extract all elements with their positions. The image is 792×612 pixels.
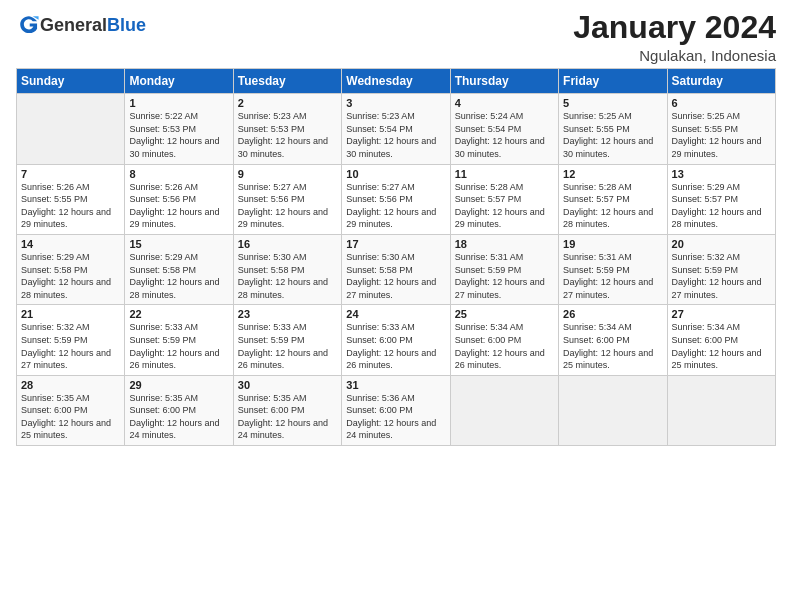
day-info: Sunrise: 5:23 AM Sunset: 5:54 PM Dayligh…	[346, 110, 445, 160]
table-cell: 13Sunrise: 5:29 AM Sunset: 5:57 PM Dayli…	[667, 164, 775, 234]
day-number: 26	[563, 308, 662, 320]
table-cell: 4Sunrise: 5:24 AM Sunset: 5:54 PM Daylig…	[450, 94, 558, 164]
col-wednesday: Wednesday	[342, 69, 450, 94]
table-cell: 14Sunrise: 5:29 AM Sunset: 5:58 PM Dayli…	[17, 234, 125, 304]
table-cell: 31Sunrise: 5:36 AM Sunset: 6:00 PM Dayli…	[342, 375, 450, 445]
table-cell: 18Sunrise: 5:31 AM Sunset: 5:59 PM Dayli…	[450, 234, 558, 304]
day-number: 27	[672, 308, 771, 320]
day-number: 9	[238, 168, 337, 180]
title-block: January 2024 Ngulakan, Indonesia	[573, 10, 776, 64]
table-cell: 16Sunrise: 5:30 AM Sunset: 5:58 PM Dayli…	[233, 234, 341, 304]
col-monday: Monday	[125, 69, 233, 94]
day-number: 1	[129, 97, 228, 109]
main-title: January 2024	[573, 10, 776, 45]
day-info: Sunrise: 5:22 AM Sunset: 5:53 PM Dayligh…	[129, 110, 228, 160]
table-cell: 15Sunrise: 5:29 AM Sunset: 5:58 PM Dayli…	[125, 234, 233, 304]
day-info: Sunrise: 5:29 AM Sunset: 5:58 PM Dayligh…	[21, 251, 120, 301]
day-info: Sunrise: 5:31 AM Sunset: 5:59 PM Dayligh…	[563, 251, 662, 301]
day-info: Sunrise: 5:28 AM Sunset: 5:57 PM Dayligh…	[455, 181, 554, 231]
day-info: Sunrise: 5:34 AM Sunset: 6:00 PM Dayligh…	[672, 321, 771, 371]
day-info: Sunrise: 5:33 AM Sunset: 5:59 PM Dayligh…	[129, 321, 228, 371]
table-cell: 2Sunrise: 5:23 AM Sunset: 5:53 PM Daylig…	[233, 94, 341, 164]
day-info: Sunrise: 5:26 AM Sunset: 5:56 PM Dayligh…	[129, 181, 228, 231]
day-number: 24	[346, 308, 445, 320]
day-number: 17	[346, 238, 445, 250]
table-cell: 30Sunrise: 5:35 AM Sunset: 6:00 PM Dayli…	[233, 375, 341, 445]
day-number: 21	[21, 308, 120, 320]
day-info: Sunrise: 5:33 AM Sunset: 5:59 PM Dayligh…	[238, 321, 337, 371]
day-number: 14	[21, 238, 120, 250]
day-number: 2	[238, 97, 337, 109]
day-number: 10	[346, 168, 445, 180]
day-info: Sunrise: 5:26 AM Sunset: 5:55 PM Dayligh…	[21, 181, 120, 231]
day-number: 20	[672, 238, 771, 250]
day-number: 19	[563, 238, 662, 250]
day-info: Sunrise: 5:32 AM Sunset: 5:59 PM Dayligh…	[672, 251, 771, 301]
table-cell: 5Sunrise: 5:25 AM Sunset: 5:55 PM Daylig…	[559, 94, 667, 164]
table-cell	[559, 375, 667, 445]
day-number: 7	[21, 168, 120, 180]
table-cell: 8Sunrise: 5:26 AM Sunset: 5:56 PM Daylig…	[125, 164, 233, 234]
day-info: Sunrise: 5:30 AM Sunset: 5:58 PM Dayligh…	[346, 251, 445, 301]
day-info: Sunrise: 5:23 AM Sunset: 5:53 PM Dayligh…	[238, 110, 337, 160]
day-number: 22	[129, 308, 228, 320]
day-number: 18	[455, 238, 554, 250]
day-number: 23	[238, 308, 337, 320]
logo-blue: Blue	[107, 15, 146, 35]
day-number: 25	[455, 308, 554, 320]
day-number: 12	[563, 168, 662, 180]
day-info: Sunrise: 5:25 AM Sunset: 5:55 PM Dayligh…	[672, 110, 771, 160]
day-info: Sunrise: 5:35 AM Sunset: 6:00 PM Dayligh…	[21, 392, 120, 442]
day-info: Sunrise: 5:25 AM Sunset: 5:55 PM Dayligh…	[563, 110, 662, 160]
calendar-table: Sunday Monday Tuesday Wednesday Thursday…	[16, 68, 776, 446]
day-number: 28	[21, 379, 120, 391]
day-number: 8	[129, 168, 228, 180]
day-number: 11	[455, 168, 554, 180]
day-number: 30	[238, 379, 337, 391]
table-cell: 7Sunrise: 5:26 AM Sunset: 5:55 PM Daylig…	[17, 164, 125, 234]
day-info: Sunrise: 5:35 AM Sunset: 6:00 PM Dayligh…	[129, 392, 228, 442]
day-number: 4	[455, 97, 554, 109]
day-info: Sunrise: 5:27 AM Sunset: 5:56 PM Dayligh…	[238, 181, 337, 231]
logo-icon	[18, 14, 40, 36]
table-cell: 1Sunrise: 5:22 AM Sunset: 5:53 PM Daylig…	[125, 94, 233, 164]
day-number: 15	[129, 238, 228, 250]
table-cell: 23Sunrise: 5:33 AM Sunset: 5:59 PM Dayli…	[233, 305, 341, 375]
col-friday: Friday	[559, 69, 667, 94]
table-cell	[667, 375, 775, 445]
table-cell: 12Sunrise: 5:28 AM Sunset: 5:57 PM Dayli…	[559, 164, 667, 234]
table-cell: 10Sunrise: 5:27 AM Sunset: 5:56 PM Dayli…	[342, 164, 450, 234]
table-cell: 3Sunrise: 5:23 AM Sunset: 5:54 PM Daylig…	[342, 94, 450, 164]
day-number: 3	[346, 97, 445, 109]
col-tuesday: Tuesday	[233, 69, 341, 94]
day-info: Sunrise: 5:28 AM Sunset: 5:57 PM Dayligh…	[563, 181, 662, 231]
day-info: Sunrise: 5:34 AM Sunset: 6:00 PM Dayligh…	[455, 321, 554, 371]
calendar-header: Sunday Monday Tuesday Wednesday Thursday…	[17, 69, 776, 94]
day-info: Sunrise: 5:34 AM Sunset: 6:00 PM Dayligh…	[563, 321, 662, 371]
table-cell: 24Sunrise: 5:33 AM Sunset: 6:00 PM Dayli…	[342, 305, 450, 375]
day-info: Sunrise: 5:29 AM Sunset: 5:57 PM Dayligh…	[672, 181, 771, 231]
header: GeneralBlue January 2024 Ngulakan, Indon…	[16, 10, 776, 64]
day-info: Sunrise: 5:27 AM Sunset: 5:56 PM Dayligh…	[346, 181, 445, 231]
col-saturday: Saturday	[667, 69, 775, 94]
table-cell: 26Sunrise: 5:34 AM Sunset: 6:00 PM Dayli…	[559, 305, 667, 375]
table-cell	[450, 375, 558, 445]
table-cell: 25Sunrise: 5:34 AM Sunset: 6:00 PM Dayli…	[450, 305, 558, 375]
col-sunday: Sunday	[17, 69, 125, 94]
page-container: GeneralBlue January 2024 Ngulakan, Indon…	[0, 0, 792, 454]
day-info: Sunrise: 5:24 AM Sunset: 5:54 PM Dayligh…	[455, 110, 554, 160]
day-info: Sunrise: 5:36 AM Sunset: 6:00 PM Dayligh…	[346, 392, 445, 442]
day-info: Sunrise: 5:32 AM Sunset: 5:59 PM Dayligh…	[21, 321, 120, 371]
day-number: 5	[563, 97, 662, 109]
day-info: Sunrise: 5:35 AM Sunset: 6:00 PM Dayligh…	[238, 392, 337, 442]
table-cell: 17Sunrise: 5:30 AM Sunset: 5:58 PM Dayli…	[342, 234, 450, 304]
table-cell	[17, 94, 125, 164]
day-info: Sunrise: 5:30 AM Sunset: 5:58 PM Dayligh…	[238, 251, 337, 301]
day-number: 6	[672, 97, 771, 109]
table-cell: 21Sunrise: 5:32 AM Sunset: 5:59 PM Dayli…	[17, 305, 125, 375]
subtitle: Ngulakan, Indonesia	[573, 47, 776, 64]
logo-text: GeneralBlue	[40, 15, 146, 36]
table-cell: 11Sunrise: 5:28 AM Sunset: 5:57 PM Dayli…	[450, 164, 558, 234]
day-number: 31	[346, 379, 445, 391]
logo: GeneralBlue	[16, 14, 146, 36]
